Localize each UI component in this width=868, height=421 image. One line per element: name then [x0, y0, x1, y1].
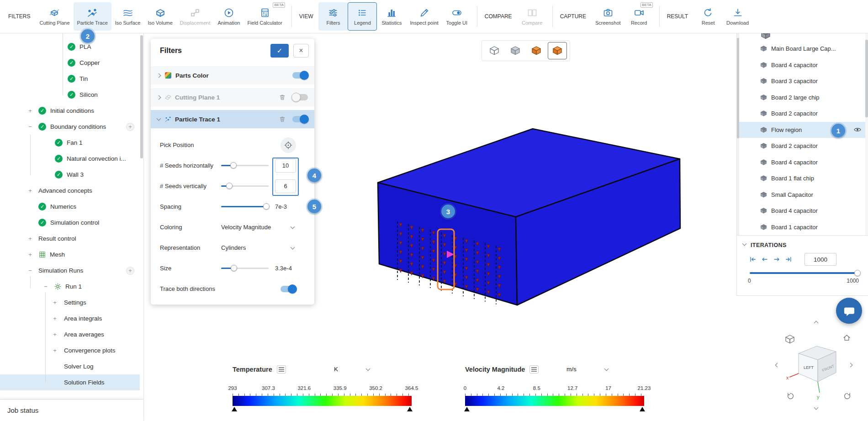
collapse-icon[interactable]: −: [26, 123, 34, 130]
part-item-small-capacitor[interactable]: Small Capacitor: [737, 187, 868, 203]
tree-item-convergence-plots[interactable]: +Convergence plots: [0, 342, 140, 358]
reset-button[interactable]: Reset: [693, 2, 723, 31]
rotate-cw-icon[interactable]: [843, 392, 852, 400]
filter-visibility-toggle[interactable]: [292, 116, 308, 122]
download-button[interactable]: Download: [723, 2, 752, 31]
tree-scrollbar[interactable]: [140, 35, 143, 158]
range-handle-min[interactable]: [464, 407, 470, 411]
part-item-board-4-capacitor[interactable]: Board 4 capacitor: [737, 203, 868, 219]
slider-knob[interactable]: [226, 183, 233, 189]
legend-menu-icon[interactable]: [529, 365, 539, 374]
iso-volume-button[interactable]: Iso Volume: [144, 2, 176, 31]
spacing-value[interactable]: 7e-3: [275, 203, 296, 210]
tree-item-result-control[interactable]: +Result control: [0, 231, 140, 247]
part-item-board-4-capacitor[interactable]: Board 4 capacitor: [737, 57, 868, 74]
range-handle-max[interactable]: [640, 407, 645, 411]
part-item-board-4-capacitor[interactable]: Board 4 capacitor: [737, 154, 868, 171]
inspect-point-button[interactable]: Inspect point: [406, 2, 442, 31]
rotate-right-chevron[interactable]: [849, 363, 852, 367]
expand-icon[interactable]: +: [26, 187, 34, 194]
list-item-partial[interactable]: [737, 33, 868, 41]
seeds-vertical-slider[interactable]: [221, 185, 269, 187]
compare-button[interactable]: Compare: [518, 2, 547, 31]
collapse-icon[interactable]: −: [26, 267, 34, 274]
seeds-horizontal-value[interactable]: 10: [275, 159, 296, 173]
rotate-down-chevron[interactable]: [815, 407, 818, 409]
filter-section-particle-trace-1[interactable]: Particle Trace 1: [151, 110, 314, 128]
filter-section-parts-color[interactable]: Parts Color: [151, 66, 314, 84]
rotate-up-chevron[interactable]: [815, 320, 818, 325]
tree-item-area-averages[interactable]: +Area averages: [0, 326, 140, 342]
animation-button[interactable]: Animation: [214, 2, 243, 31]
chevron-right-icon[interactable]: [157, 73, 161, 78]
part-item-board-2-large-chip[interactable]: Board 2 large chip: [737, 89, 868, 106]
cube-orange-icon[interactable]: [527, 42, 546, 59]
tree-item-silicon[interactable]: ✓Silicon: [0, 87, 140, 103]
rotate-left-chevron[interactable]: [776, 363, 779, 367]
expand-icon[interactable]: +: [51, 299, 58, 306]
expand-icon[interactable]: +: [26, 235, 34, 242]
delete-filter-icon[interactable]: [279, 94, 286, 101]
tree-item-simulation-runs[interactable]: −Simulation Runs+: [0, 263, 140, 279]
tree-item-initial-conditions[interactable]: +✓Initial conditions: [0, 103, 140, 119]
home-view-icon[interactable]: [842, 333, 851, 342]
temperature-colorbar[interactable]: [233, 396, 412, 406]
tree-item-natural-convection-i[interactable]: ✓Natural convection i...: [0, 151, 140, 167]
range-handle-max[interactable]: [407, 407, 413, 411]
slider-knob[interactable]: [854, 270, 861, 276]
toggle-ui-button[interactable]: Toggle UI: [442, 2, 471, 31]
parts-scrollbar-left[interactable]: [737, 33, 739, 235]
trace-both-directions-toggle[interactable]: [281, 286, 296, 292]
step-forward-button[interactable]: [771, 253, 783, 265]
seeds-horizontal-slider[interactable]: [221, 165, 269, 166]
size-value[interactable]: 3.3e-4: [275, 265, 296, 272]
close-filters-button[interactable]: ×: [293, 44, 309, 58]
tree-item-mesh[interactable]: +Mesh: [0, 247, 140, 263]
part-item-board-2-capacitor[interactable]: Board 2 capacitor: [737, 138, 868, 154]
skip-to-start-button[interactable]: [747, 253, 759, 265]
visibility-eye-icon[interactable]: [853, 126, 862, 134]
tree-item-solution-fields[interactable]: Solution Fields: [0, 374, 140, 390]
part-item-board-2-capacitor[interactable]: Board 2 capacitor: [737, 105, 868, 122]
tree-item-pla[interactable]: ✓PLA: [0, 39, 140, 55]
seeds-vertical-value[interactable]: 6: [275, 179, 296, 193]
displacement-button[interactable]: Displacement: [176, 2, 214, 31]
tree-item-wall-3[interactable]: ✓Wall 3: [0, 167, 140, 183]
parts-scrollbar-right[interactable]: [865, 33, 868, 235]
rotate-ccw-icon[interactable]: [786, 392, 794, 400]
collapse-icon[interactable]: −: [42, 283, 49, 290]
range-handle-min[interactable]: [232, 407, 237, 411]
field-calculator-button[interactable]: Field CalculatorBETA: [243, 2, 286, 31]
apply-filters-button[interactable]: ✓: [270, 44, 289, 58]
add-button[interactable]: +: [126, 123, 134, 131]
iterations-header[interactable]: ITERATIONS: [737, 239, 868, 251]
cube-orange-exploded-icon[interactable]: [548, 42, 567, 59]
expand-icon[interactable]: +: [51, 347, 58, 354]
tree-item-numerics[interactable]: ✓Numerics: [0, 199, 140, 215]
iso-surface-button[interactable]: Iso Surface: [111, 2, 144, 31]
expand-icon[interactable]: +: [26, 251, 34, 258]
expand-icon[interactable]: +: [51, 331, 58, 338]
filters-button[interactable]: Filters: [318, 2, 348, 31]
statistics-button[interactable]: Statistics: [377, 2, 406, 31]
filter-visibility-toggle[interactable]: [292, 72, 308, 79]
skip-to-end-button[interactable]: [783, 253, 794, 265]
navigation-cube[interactable]: LEFT FRONT x y: [785, 343, 849, 400]
expand-icon[interactable]: +: [51, 315, 58, 322]
temperature-unit-dropdown[interactable]: K: [334, 366, 370, 373]
pick-position-button[interactable]: [281, 137, 296, 153]
legend-button[interactable]: Legend: [348, 2, 377, 31]
coloring-dropdown[interactable]: Velocity Magnitude: [219, 221, 296, 234]
tree-item-solver-log[interactable]: Solver Log: [0, 358, 140, 374]
step-back-button[interactable]: [759, 253, 771, 265]
tree-item-fan-1[interactable]: ✓Fan 1: [0, 135, 140, 151]
size-slider[interactable]: [221, 268, 269, 269]
screenshot-button[interactable]: Screenshot: [592, 2, 625, 31]
representation-dropdown[interactable]: Cylinders: [219, 241, 296, 255]
tree-item-run-1[interactable]: −Run 1: [0, 279, 140, 295]
tree-item-boundary-conditions[interactable]: −✓Boundary conditions+: [0, 119, 140, 135]
filter-section-cutting-plane-1[interactable]: Cutting Plane 1: [151, 88, 314, 106]
legend-menu-icon[interactable]: [277, 365, 286, 374]
delete-filter-icon[interactable]: [279, 116, 286, 123]
slider-knob[interactable]: [231, 265, 237, 271]
